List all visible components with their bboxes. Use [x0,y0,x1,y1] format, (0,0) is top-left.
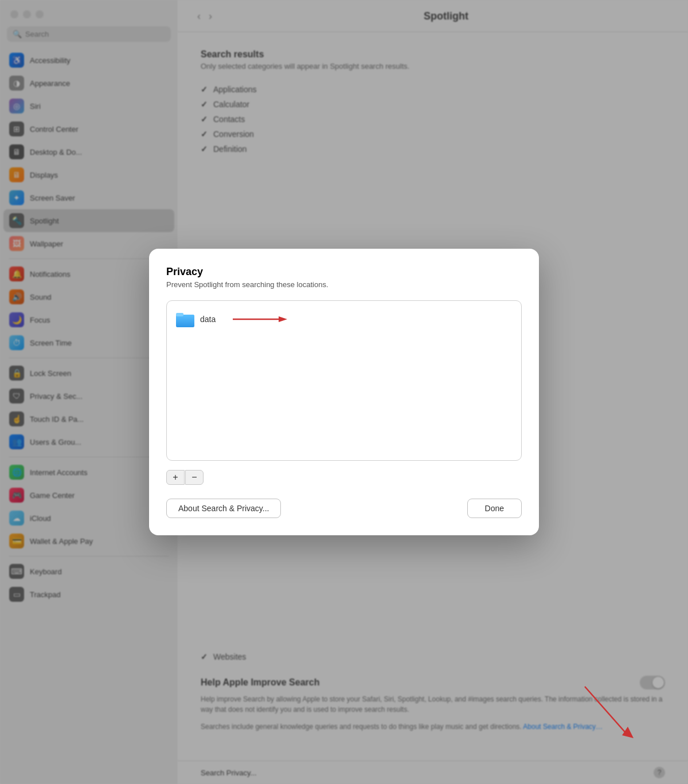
done-button[interactable]: Done [467,499,522,518]
modal-list-item-data[interactable]: data [174,308,514,331]
modal-overlay: Privacy Prevent Spotlight from searching… [0,0,688,784]
modal-subtitle: Prevent Spotlight from searching these l… [166,280,522,289]
modal-footer: About Search & Privacy... Done [166,499,522,518]
folder-icon [176,311,194,327]
annotation-arrow-right [233,313,290,325]
svg-rect-1 [176,315,194,327]
svg-marker-4 [279,316,287,322]
about-search-privacy-button[interactable]: About Search & Privacy... [166,499,281,518]
privacy-modal: Privacy Prevent Spotlight from searching… [149,249,539,535]
remove-location-button[interactable]: − [185,470,204,485]
svg-rect-2 [176,313,183,316]
folder-name: data [200,315,216,324]
add-location-button[interactable]: + [166,470,185,485]
modal-title: Privacy [166,266,522,278]
modal-list-area: data [166,300,522,461]
modal-controls: + − [166,470,522,485]
main-window: 🔍 ♿ Accessibility ◑ Appearance ◎ Siri ⊞ … [0,0,688,784]
